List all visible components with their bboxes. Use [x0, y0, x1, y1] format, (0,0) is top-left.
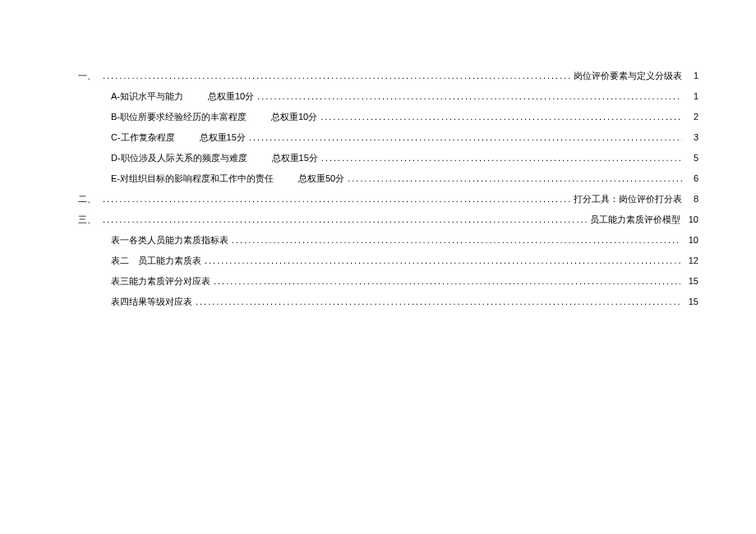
- toc-entry-title: 员工能力素质评价模型: [588, 214, 680, 226]
- toc-entry-page: 8: [682, 194, 698, 204]
- toc-entry-label: E-对组织目标的影响程度和工作中的责任: [111, 173, 274, 185]
- toc-entry-label: 表二 员工能力素质表: [111, 255, 201, 267]
- toc-entry-page: 1: [682, 71, 698, 81]
- toc-entry-page: 10: [680, 235, 698, 245]
- toc-entry-weight: 总权重10分: [247, 111, 317, 123]
- toc-entry-title: 岗位评价要素与定义分级表: [572, 70, 682, 82]
- toc-leader-dots: [246, 132, 682, 142]
- toc-entry-label: 表三能力素质评分对应表: [111, 275, 210, 288]
- toc-entry: B-职位所要求经验经历的丰富程度总权重10分2: [78, 111, 698, 123]
- toc-leader-dots: [99, 214, 588, 224]
- toc-entry-label: D-职位涉及人际关系的频度与难度: [111, 152, 247, 164]
- toc-entry-page: 5: [682, 153, 698, 163]
- toc-leader-dots: [192, 297, 680, 306]
- toc-entry-label: A-知识水平与能力: [111, 90, 183, 103]
- toc-entry: 三、员工能力素质评价模型10: [78, 214, 698, 226]
- toc-entry-weight: 总权重15分: [247, 152, 318, 164]
- toc-entry: A-知识水平与能力总权重10分1: [78, 90, 698, 103]
- toc-entry-page: 2: [682, 112, 698, 122]
- toc-leader-dots: [317, 112, 682, 122]
- toc-entry-label: 表四结果等级对应表: [111, 296, 192, 308]
- toc-leader-dots: [99, 71, 572, 81]
- toc-leader-dots: [318, 153, 682, 163]
- toc-leader-dots: [254, 91, 682, 101]
- toc-entry-page: 3: [682, 132, 698, 142]
- toc-entry-page: 12: [680, 255, 698, 265]
- toc-entry-page: 15: [680, 297, 698, 306]
- table-of-contents: 一、岗位评价要素与定义分级表1A-知识水平与能力总权重10分1B-职位所要求经验…: [78, 70, 698, 308]
- toc-entry: 二、打分工具：岗位评价打分表8: [78, 193, 698, 205]
- toc-leader-dots: [99, 194, 572, 204]
- toc-entry-page: 10: [680, 214, 698, 224]
- toc-entry: 表三能力素质评分对应表15: [78, 275, 698, 288]
- toc-entry: C-工作复杂程度总权重15分3: [78, 131, 698, 144]
- toc-entry-page: 1: [682, 91, 698, 101]
- toc-entry-page: 6: [682, 173, 698, 183]
- toc-entry-number: 三、: [78, 214, 99, 226]
- toc-entry: D-职位涉及人际关系的频度与难度总权重15分5: [78, 152, 698, 164]
- toc-entry: 表二 员工能力素质表12: [78, 255, 698, 267]
- toc-entry: 表一各类人员能力素质指标表10: [78, 234, 698, 246]
- toc-entry: 表四结果等级对应表15: [78, 296, 698, 308]
- toc-entry-label: C-工作复杂程度: [111, 131, 175, 144]
- toc-entry: E-对组织目标的影响程度和工作中的责任总权重50分6: [78, 173, 698, 185]
- toc-entry: 一、岗位评价要素与定义分级表1: [78, 70, 698, 82]
- toc-leader-dots: [228, 235, 680, 245]
- toc-entry-number: 二、: [78, 193, 99, 205]
- toc-entry-number: 一、: [78, 70, 99, 82]
- toc-entry-weight: 总权重50分: [274, 173, 344, 185]
- toc-leader-dots: [210, 276, 680, 286]
- toc-entry-page: 15: [680, 276, 698, 286]
- toc-entry-title: 打分工具：岗位评价打分表: [572, 193, 682, 205]
- toc-leader-dots: [344, 173, 682, 183]
- toc-entry-weight: 总权重15分: [175, 131, 246, 144]
- toc-entry-weight: 总权重10分: [183, 90, 254, 103]
- toc-entry-label: 表一各类人员能力素质指标表: [111, 234, 228, 246]
- toc-leader-dots: [201, 255, 680, 265]
- toc-entry-label: B-职位所要求经验经历的丰富程度: [111, 111, 247, 123]
